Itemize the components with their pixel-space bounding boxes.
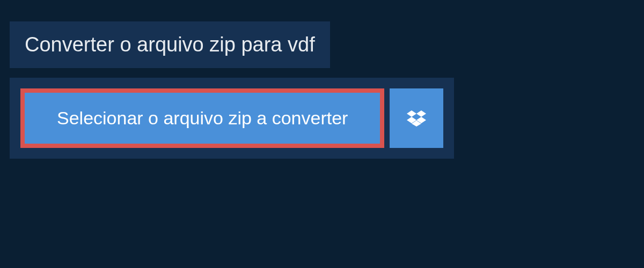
page-header: Converter o arquivo zip para vdf	[10, 21, 330, 68]
dropbox-icon	[407, 109, 426, 128]
file-selection-panel: Selecionar o arquivo zip a converter	[10, 78, 454, 159]
dropbox-button[interactable]	[390, 88, 443, 148]
select-file-button[interactable]: Selecionar o arquivo zip a converter	[20, 88, 384, 148]
select-file-label: Selecionar o arquivo zip a converter	[57, 108, 348, 129]
page-title: Converter o arquivo zip para vdf	[25, 33, 315, 56]
